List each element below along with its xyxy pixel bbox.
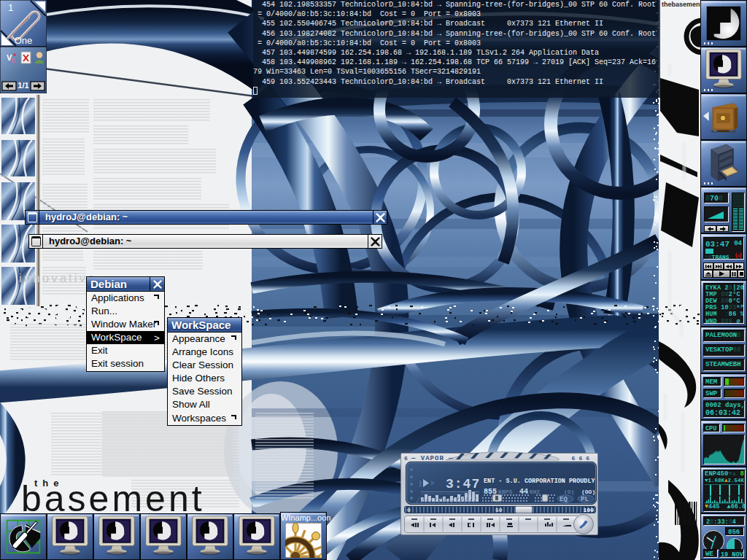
svg-text:1/1: 1/1 — [18, 81, 28, 90]
svg-text:1: 1 — [8, 2, 13, 13]
svg-text:PL: PL — [581, 496, 589, 503]
svg-text:3:47: 3:47 — [446, 477, 480, 491]
svg-text:ENT - S.U. CORPORATION PROUDLY: ENT - S.U. CORPORATION PROUDLY — [484, 478, 595, 485]
svg-text:EQ: EQ — [560, 496, 568, 503]
svg-text:KHZ: KHZ — [530, 489, 541, 495]
svg-text:44: 44 — [519, 488, 528, 496]
svg-text:c: c — [11, 56, 15, 64]
svg-text:One: One — [15, 35, 33, 46]
svg-text:(O): (O) — [564, 489, 574, 495]
svg-text:(OO): (OO) — [581, 489, 595, 495]
